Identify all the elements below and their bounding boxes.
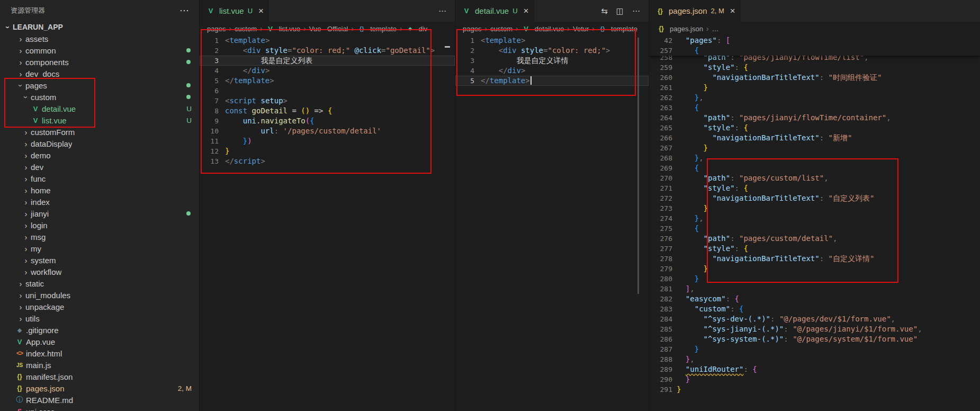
code-line-3[interactable]: 3 我是自定义详情 [455, 56, 649, 66]
code-line-280[interactable]: 280 } [649, 274, 980, 284]
code-line-284[interactable]: 284 "^sys-dev-(.*)": "@/pages/dev/$1/for… [649, 314, 980, 324]
tree-item-README.md[interactable]: ⓘREADME.md [0, 394, 199, 406]
code-line-10[interactable]: 10 url: '/pages/custom/detail' [200, 126, 455, 136]
code-line-1[interactable]: 1<template> [200, 35, 455, 46]
tree-item-static[interactable]: ›static [0, 278, 199, 289]
tree-item-utils[interactable]: ›utils [0, 312, 199, 324]
breadcrumb-item[interactable]: template [370, 25, 397, 33]
code-line-258[interactable]: 258 "path": "pages/jianyi/flowTime/list"… [649, 56, 980, 62]
breadcrumb-item[interactable]: Vetur [573, 25, 589, 33]
tree-item-msg[interactable]: ›msg [0, 231, 199, 243]
tab-list.vue[interactable]: Vlist.vueU× [200, 0, 269, 22]
breadcrumb-item[interactable]: … [712, 25, 719, 33]
more-actions-icon[interactable]: ⋯ [438, 6, 446, 16]
code-line-1[interactable]: 1<template> [455, 35, 649, 46]
tree-item-.gitignore[interactable]: ◆.gitignore [0, 324, 199, 336]
code-line-5[interactable]: 5</template> [200, 76, 455, 86]
breadcrumb-item[interactable]: list.vue [279, 25, 300, 33]
tree-item-my[interactable]: ›my [0, 243, 199, 254]
breadcrumb-item[interactable]: pages.json [670, 25, 703, 33]
tree-item-custom[interactable]: ›custom [0, 91, 199, 103]
code-line-274[interactable]: 274 }, [649, 213, 980, 224]
code-line-268[interactable]: 268 }, [649, 153, 980, 163]
close-icon[interactable]: × [524, 6, 529, 15]
code-line-273[interactable]: 273 } [649, 203, 980, 213]
close-icon[interactable]: × [258, 6, 264, 15]
code-line-275[interactable]: 275 { [649, 224, 980, 234]
code-line-5[interactable]: 5</template> [455, 76, 649, 86]
code-line-271[interactable]: 271 "style": { [649, 183, 980, 193]
code-line-285[interactable]: 285 "^sys-jianyi-(.*)": "@/pages/jianyi/… [649, 324, 980, 334]
tree-item-unpackage[interactable]: ›unpackage [0, 301, 199, 312]
code-line-291[interactable]: 291} [649, 385, 980, 395]
breadcrumb-item[interactable]: pages [463, 25, 481, 33]
code-line-277[interactable]: 277 "style": { [649, 244, 980, 254]
code-line-278[interactable]: 278 "navigationBarTitleText": "自定义详情" [649, 254, 980, 264]
tree-item-jianyi[interactable]: ›jianyi [0, 208, 199, 219]
tree-item-detail.vue[interactable]: Vdetail.vueU [0, 103, 199, 114]
code-line-2[interactable]: 2 <div style="color: red;"> [455, 46, 649, 56]
code-line-263[interactable]: 263 { [649, 103, 980, 113]
code-line-11[interactable]: 11 }) [200, 136, 455, 146]
tree-item-pages[interactable]: ›pages [0, 79, 199, 91]
code-line-6[interactable]: 6 [200, 86, 455, 96]
close-icon[interactable]: × [730, 6, 735, 15]
tab-detail.vue[interactable]: Vdetail.vueU× [455, 0, 534, 22]
code-line-289[interactable]: 289 "uniIdRouter": { [649, 364, 980, 374]
tree-item-dev_docs[interactable]: ›dev_docs [0, 68, 199, 79]
code-line-261[interactable]: 261 } [649, 83, 980, 93]
tree-item-index[interactable]: ›index [0, 196, 199, 208]
code-line-266[interactable]: 266 "navigationBarTitleText": "新增" [649, 133, 980, 143]
code-line-12[interactable]: 12} [200, 146, 455, 156]
code-line-281[interactable]: 281 ], [649, 284, 980, 294]
breadcrumb-item[interactable]: custom [235, 25, 257, 33]
tree-item-list.vue[interactable]: Vlist.vueU [0, 114, 199, 126]
tree-item-demo[interactable]: ›demo [0, 149, 199, 161]
code-line-8[interactable]: 8const goDetail = () => { [200, 106, 455, 116]
open-changes-icon[interactable]: ⇆ [601, 6, 608, 16]
code-line-7[interactable]: 7<script setup> [200, 96, 455, 106]
code-line-4[interactable]: 4 </div> [200, 66, 455, 76]
tree-item-func[interactable]: ›func [0, 173, 199, 184]
code-line-283[interactable]: 283 "custom": { [649, 304, 980, 314]
tree-item-workflow[interactable]: ›workflow [0, 266, 199, 278]
tree-item-home[interactable]: ›home [0, 184, 199, 196]
tree-item-manifest.json[interactable]: {}manifest.json [0, 371, 199, 382]
tab-pages.json[interactable]: {}pages.json2, M× [649, 0, 741, 22]
tree-item-customForm[interactable]: ›customForm [0, 126, 199, 138]
breadcrumb-item[interactable]: Vue - Official [309, 25, 348, 33]
code-line-260[interactable]: 260 "navigationBarTitleText": "时间组件验证" [649, 73, 980, 83]
tree-item-uni_modules[interactable]: ›uni_modules [0, 289, 199, 301]
code-line-2[interactable]: 2 <div style="color: red;" @click="goDet… [200, 46, 455, 56]
tree-item-dataDisplay[interactable]: ›dataDisplay [0, 138, 199, 149]
code-line-270[interactable]: 270 "path": "pages/custom/list", [649, 173, 980, 183]
code-editor-detail-vue[interactable]: 1<template>2 <div style="color: red;">3 … [455, 35, 649, 411]
tree-item-main.js[interactable]: JSmain.js [0, 359, 199, 371]
tree-item-system[interactable]: ›system [0, 254, 199, 266]
breadcrumb-item[interactable]: custom [490, 25, 513, 33]
code-line-264[interactable]: 264 "path": "pages/jianyi/flowTime/conta… [649, 113, 980, 123]
tree-item-dev[interactable]: ›dev [0, 161, 199, 173]
explorer-more-actions-icon[interactable]: ⋯ [179, 5, 190, 16]
code-line-286[interactable]: 286 "^sys-system-(.*)": "@/pages/system/… [649, 334, 980, 344]
tree-item-uni.scss[interactable]: Suni.scss [0, 406, 199, 411]
tree-item-index.html[interactable]: <>index.html [0, 347, 199, 359]
code-line-267[interactable]: 267 } [649, 143, 980, 153]
code-editor-list-vue[interactable]: 1<template>2 <div style="color: red;" @c… [200, 35, 455, 411]
code-line-42[interactable]: 42 "pages": [ [649, 35, 980, 46]
code-line-282[interactable]: 282 "easycom": { [649, 294, 980, 304]
tree-item-login[interactable]: ›login [0, 219, 199, 231]
tree-item-assets[interactable]: ›assets [0, 33, 199, 44]
code-line-9[interactable]: 9 uni.navigateTo({ [200, 116, 455, 126]
breadcrumb-item[interactable]: template [611, 25, 637, 33]
tree-item-pages.json[interactable]: {}pages.json2, M [0, 382, 199, 394]
code-line-272[interactable]: 272 "navigationBarTitleText": "自定义列表" [649, 193, 980, 203]
code-line-276[interactable]: 276 "path": "pages/custom/detail", [649, 234, 980, 244]
code-line-3[interactable]: 3 我是自定义列表 [200, 56, 455, 66]
breadcrumb-item[interactable]: pages [207, 25, 226, 33]
editor-sash[interactable] [637, 38, 639, 294]
code-line-13[interactable]: 13</script> [200, 156, 455, 166]
more-actions-icon[interactable]: ⋯ [632, 6, 640, 16]
code-line-259[interactable]: 259 "style": { [649, 62, 980, 73]
code-editor-pages-json[interactable]: 42 "pages": [257 {258 "path": "pages/jia… [649, 35, 980, 411]
